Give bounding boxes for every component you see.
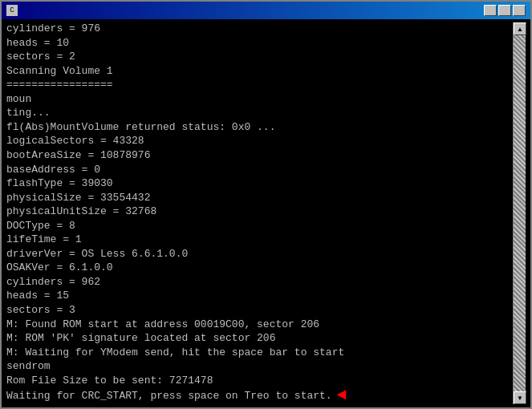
console-line: baseAddress = 0 [6,163,513,177]
console-line: sendrom [6,359,513,374]
scroll-up-button[interactable]: ▲ [514,22,526,35]
scroll-track[interactable] [514,35,526,391]
scrollbar[interactable]: ▲ ▼ [513,22,526,404]
window-icon: C [6,5,18,16]
console-line: flashType = 39030 [6,176,513,191]
console-line: OSAKVer = 6.1.0.0 [6,261,513,275]
console-line: DOCType = 8 [6,219,513,233]
console-line: logicalSectors = 43328 [6,134,513,148]
console-line: moun [6,92,513,107]
console-line: M: Found ROM start at address 00019C00, … [6,318,513,332]
title-bar-text: C [6,5,21,16]
console-last-line: Waiting for CRC_START, press space on Tr… [6,387,513,403]
console-line: cylinders = 976 [6,22,513,36]
console-line: M: Waiting for YModem send, hit the spac… [6,346,513,360]
console-line: physicalUnitSize = 32768 [6,204,513,219]
maximize-button[interactable] [498,5,511,16]
title-bar: C [2,2,530,19]
console-line: heads = 10 [6,36,513,51]
console-line: lifeTime = 1 [6,233,513,247]
scroll-down-button[interactable]: ▼ [514,391,526,404]
arrow-icon: ◄ [337,387,347,403]
console-line: M: ROM 'PK' signature located at sector … [6,331,513,346]
minimize-button[interactable] [484,5,497,16]
console-line: sectors = 2 [6,50,513,64]
console-line-text: Waiting for CRC_START, press space on Tr… [6,389,332,403]
console-line: cylinders = 962 [6,275,513,290]
console-area: driverVer = OS Less 6.6.1.0.0OSAKVer = 6… [2,19,530,407]
title-bar-controls [484,5,526,16]
console-line: fl(Abs)MountVolume returned status: 0x0 … [6,120,513,135]
console-line: ================= [6,78,513,92]
console-line: ting... [6,106,513,120]
console-line: driverVer = OS Less 6.6.1.0.0 [6,247,513,261]
console-line: sectors = 3 [6,303,513,318]
console-line: Rom File Size to be sent: 7271478 [6,374,513,388]
console-line: bootAreaSize = 10878976 [6,148,513,163]
console-line: Scanning Volume 1 [6,64,513,79]
console-line: physicalSize = 33554432 [6,191,513,205]
main-window: C driverVer = OS Less 6.6.1.0.0OSAKVer =… [0,0,532,409]
console-output: driverVer = OS Less 6.6.1.0.0OSAKVer = 6… [6,22,513,404]
console-line: heads = 15 [6,289,513,303]
close-button[interactable] [513,5,526,16]
